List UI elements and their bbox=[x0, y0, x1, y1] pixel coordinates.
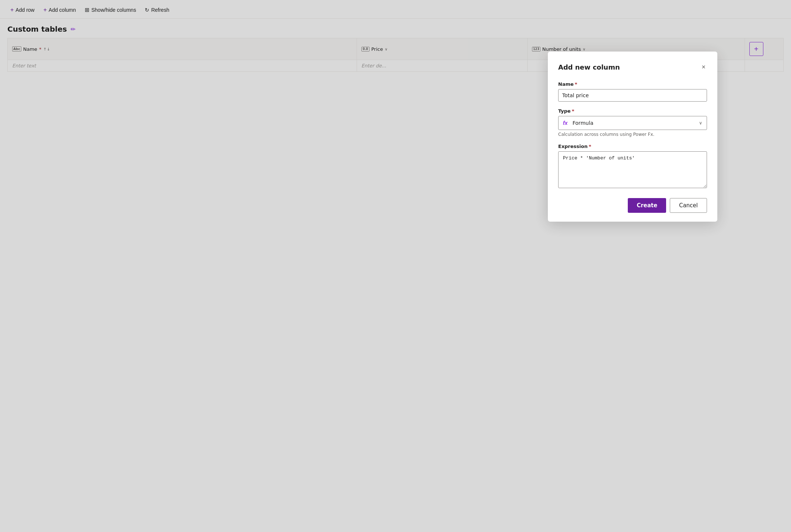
add-column-dialog: Add new column × Name * Type * fx Formul… bbox=[548, 52, 717, 72]
close-icon: × bbox=[701, 63, 706, 71]
dialog-header: Add new column × bbox=[558, 62, 707, 72]
dialog-close-button[interactable]: × bbox=[700, 62, 707, 72]
modal-overlay: Add new column × Name * Type * fx Formul… bbox=[0, 0, 791, 72]
dialog-title: Add new column bbox=[558, 63, 620, 71]
